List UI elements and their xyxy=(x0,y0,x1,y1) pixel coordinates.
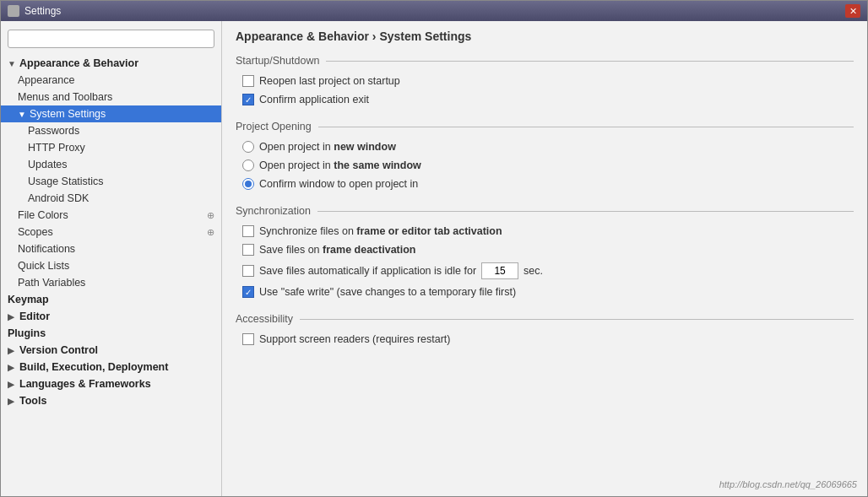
setting-save-idle: Save files automatically if application … xyxy=(242,259,854,283)
setting-safe-write: Use "safe write" (save changes to a temp… xyxy=(242,283,854,301)
settings-window-icon xyxy=(8,5,19,17)
same-window-radio[interactable] xyxy=(242,159,254,171)
safe-write-label: Use "safe write" (save changes to a temp… xyxy=(259,286,516,298)
setting-sync-files: Synchronize files on frame or editor tab… xyxy=(242,222,854,240)
same-window-label: Open project in the same window xyxy=(259,159,421,171)
section-startup-shutdown: Startup/Shutdown xyxy=(222,50,867,70)
watermark: http://blog.csdn.net/qq_26069665 xyxy=(719,479,857,489)
reopen-project-checkbox[interactable] xyxy=(242,75,254,87)
sidebar-item-file-colors[interactable]: File Colors ⊕ xyxy=(1,207,221,224)
idle-timeout-input[interactable] xyxy=(481,262,518,279)
confirm-window-radio[interactable] xyxy=(242,178,254,190)
sidebar-item-menus-toolbars[interactable]: Menus and Toolbars xyxy=(1,89,221,105)
save-idle-label-before: Save files automatically if application … xyxy=(259,265,476,277)
sidebar-item-build-execution[interactable]: ▶ Build, Execution, Deployment xyxy=(1,359,221,375)
sidebar-item-usage-statistics[interactable]: Usage Statistics xyxy=(1,173,221,190)
search-input[interactable] xyxy=(8,30,214,48)
screen-readers-label: Support screen readers (requires restart… xyxy=(259,333,450,345)
sync-files-checkbox[interactable] xyxy=(242,225,254,237)
setting-new-window: Open project in new window xyxy=(242,138,854,156)
sync-files-label: Synchronize files on frame or editor tab… xyxy=(259,225,502,237)
new-window-label: Open project in new window xyxy=(259,141,396,153)
sidebar-item-quick-lists[interactable]: Quick Lists xyxy=(1,257,221,274)
startup-shutdown-group: Reopen last project on startup Confirm a… xyxy=(222,70,867,116)
setting-same-window: Open project in the same window xyxy=(242,156,854,175)
sidebar-item-appearance-behavior[interactable]: ▼ Appearance & Behavior xyxy=(1,55,221,72)
screen-readers-checkbox[interactable] xyxy=(242,333,254,345)
scopes-icon: ⊕ xyxy=(207,227,214,238)
build-arrow: ▶ xyxy=(8,363,16,372)
settings-window: Settings ✕ ▼ Appearance & Behavior Appea… xyxy=(0,0,868,497)
section-accessibility: Accessibility xyxy=(222,308,867,328)
content-area: ▼ Appearance & Behavior Appearance Menus… xyxy=(1,21,867,496)
sidebar-item-appearance[interactable]: Appearance xyxy=(1,72,221,89)
editor-arrow: ▶ xyxy=(8,312,16,321)
sidebar-item-http-proxy[interactable]: HTTP Proxy xyxy=(1,139,221,156)
main-wrapper: Appearance & Behavior › System Settings … xyxy=(222,21,867,496)
sidebar-item-languages-frameworks[interactable]: ▶ Languages & Frameworks xyxy=(1,375,221,392)
save-deactivation-checkbox[interactable] xyxy=(242,244,254,256)
save-idle-checkbox[interactable] xyxy=(242,265,254,277)
sidebar-item-plugins[interactable]: Plugins xyxy=(1,325,221,342)
close-button[interactable]: ✕ xyxy=(845,4,860,18)
setting-confirm-window: Confirm window to open project in xyxy=(242,175,854,193)
file-colors-icon: ⊕ xyxy=(207,210,214,221)
sidebar-item-updates[interactable]: Updates xyxy=(1,156,221,173)
title-bar: Settings ✕ xyxy=(1,1,867,21)
title-bar-left: Settings xyxy=(8,5,61,17)
languages-arrow: ▶ xyxy=(8,380,16,389)
sidebar: ▼ Appearance & Behavior Appearance Menus… xyxy=(1,21,222,496)
safe-write-checkbox[interactable] xyxy=(242,286,254,298)
confirm-exit-label: Confirm application exit xyxy=(259,94,369,105)
reopen-project-label: Reopen last project on startup xyxy=(259,75,400,87)
new-window-radio[interactable] xyxy=(242,141,254,153)
synchronization-group: Synchronize files on frame or editor tab… xyxy=(222,220,867,308)
save-idle-label-after: sec. xyxy=(524,265,543,277)
confirm-exit-checkbox[interactable] xyxy=(242,94,254,105)
save-deactivation-label: Save files on frame deactivation xyxy=(259,244,416,256)
main-panel: Appearance & Behavior › System Settings … xyxy=(222,21,867,355)
breadcrumb: Appearance & Behavior › System Settings xyxy=(222,21,867,50)
setting-confirm-exit: Confirm application exit xyxy=(242,90,854,109)
section-synchronization: Synchronization xyxy=(222,200,867,220)
sidebar-item-keymap[interactable]: Keymap xyxy=(1,291,221,308)
expand-arrow: ▼ xyxy=(8,59,16,68)
section-project-opening: Project Opening xyxy=(222,116,867,136)
version-control-arrow: ▶ xyxy=(8,346,16,355)
sidebar-item-system-settings[interactable]: ▼ System Settings xyxy=(1,105,221,122)
sidebar-item-android-sdk[interactable]: Android SDK xyxy=(1,190,221,207)
setting-save-on-deactivation: Save files on frame deactivation xyxy=(242,240,854,259)
sidebar-item-notifications[interactable]: Notifications xyxy=(1,240,221,257)
tools-arrow: ▶ xyxy=(8,397,16,406)
sidebar-item-passwords[interactable]: Passwords xyxy=(1,122,221,139)
setting-reopen-project: Reopen last project on startup xyxy=(242,72,854,90)
confirm-window-label: Confirm window to open project in xyxy=(259,178,418,190)
setting-screen-readers: Support screen readers (requires restart… xyxy=(242,330,854,348)
accessibility-group: Support screen readers (requires restart… xyxy=(222,328,867,355)
system-settings-arrow: ▼ xyxy=(18,110,26,119)
project-opening-group: Open project in new window Open project … xyxy=(222,136,867,200)
sidebar-item-tools[interactable]: ▶ Tools xyxy=(1,392,221,409)
window-title: Settings xyxy=(24,5,61,17)
sidebar-item-scopes[interactable]: Scopes ⊕ xyxy=(1,224,221,240)
sidebar-item-version-control[interactable]: ▶ Version Control xyxy=(1,342,221,359)
sidebar-item-path-variables[interactable]: Path Variables xyxy=(1,274,221,291)
sidebar-item-editor[interactable]: ▶ Editor xyxy=(1,308,221,325)
